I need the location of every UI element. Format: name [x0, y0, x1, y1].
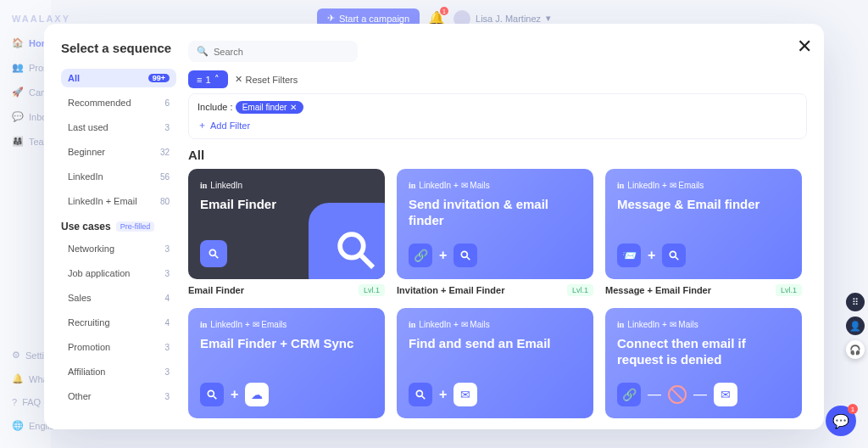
link-icon: 🔗 — [409, 244, 432, 267]
svg-line-5 — [467, 257, 470, 260]
mail-icon: ✉ — [714, 383, 737, 406]
chevron-up-icon: ˄ — [214, 74, 220, 85]
sequence-card[interactable]: in LinkedIn + ✉ Mails Find and send an E… — [397, 308, 593, 418]
svg-line-3 — [361, 255, 373, 267]
filter-chip-email-finder[interactable]: Email finder✕ — [236, 101, 304, 114]
category-beginner[interactable]: Beginner32 — [61, 143, 176, 161]
search-icon: 🔍 — [197, 46, 209, 57]
fab-support-icon[interactable]: 🎧 — [846, 340, 865, 359]
linkedin-icon: in — [409, 320, 415, 329]
user-name: Lisa J. Martinez — [476, 14, 541, 24]
card-title: Email Finder + CRM Sync — [200, 336, 373, 352]
sequence-card[interactable]: in LinkedIn + ✉ Emails Email Finder + CR… — [188, 308, 385, 418]
usecase-promotion[interactable]: Promotion3 — [61, 338, 176, 356]
mail-icon: ✉ — [453, 383, 477, 406]
svg-line-1 — [215, 255, 219, 259]
usecase-job-application[interactable]: Job application3 — [61, 264, 176, 283]
search-icon — [453, 244, 477, 267]
search-icon — [409, 383, 432, 406]
send-icon: 📨 — [617, 244, 641, 267]
sequence-grid: in LinkedIn Email Finder Email FinderLvl… — [188, 169, 802, 418]
search-input[interactable]: 🔍 — [188, 41, 358, 62]
search-icon — [200, 383, 224, 406]
close-button[interactable]: ✕ — [797, 36, 812, 58]
link-icon: 🔗 — [617, 383, 641, 406]
sequence-card[interactable]: in LinkedIn + ✉ Mails Send invitation & … — [397, 169, 593, 296]
search-icon — [662, 244, 686, 267]
linkedin-icon: in — [617, 181, 624, 190]
usecase-networking[interactable]: Networking3 — [61, 239, 176, 258]
card-title: Message & Email finder — [617, 197, 790, 213]
card-title: Connect then email if request is denied — [617, 336, 790, 368]
linkedin-icon: in — [200, 181, 207, 190]
modal-main: 🔍 ≡ 1 ˄ ✕Reset Filters Include : Email f… — [188, 24, 824, 429]
usecase-recruiting[interactable]: Recruiting4 — [61, 313, 176, 332]
sequence-card[interactable]: in LinkedIn Email Finder Email FinderLvl… — [188, 169, 385, 296]
include-label: Include : — [198, 102, 233, 112]
search-icon — [200, 240, 227, 267]
svg-point-4 — [462, 251, 468, 257]
linkedin-icon: in — [617, 320, 624, 329]
add-filter-button[interactable]: ＋Add Filter — [198, 119, 798, 132]
chat-badge: 1 — [848, 404, 858, 414]
category-linkedin[interactable]: LinkedIn56 — [61, 167, 176, 186]
chevron-down-icon: ▾ — [546, 13, 551, 24]
linkedin-icon: in — [409, 181, 415, 190]
level-badge: Lvl.1 — [567, 284, 593, 296]
linkedin-icon: in — [200, 320, 207, 329]
include-filter-box: Include : Email finder✕ ＋Add Filter — [188, 93, 807, 139]
category-recommended[interactable]: Recommended6 — [61, 93, 176, 112]
search-icon — [309, 203, 385, 279]
category-linkedin-email[interactable]: LinkedIn + Email80 — [61, 192, 176, 210]
denied-icon — [668, 385, 687, 404]
svg-line-11 — [422, 396, 426, 400]
use-cases-header: Use casesPre-filled — [61, 221, 176, 232]
card-title: Find and send an Email — [409, 336, 581, 352]
fab-user-icon[interactable]: 👤 — [846, 316, 865, 335]
side-fab-column: ⠿ 👤 🎧 — [846, 293, 865, 359]
prefilled-badge: Pre-filled — [116, 221, 155, 232]
level-badge: Lvl.1 — [359, 284, 385, 296]
search-field[interactable] — [214, 47, 349, 57]
svg-point-8 — [208, 390, 214, 396]
app-sidebar: WAALAXY 🏠 Home 👥 Prospects 🚀 Campaigns 💬… — [0, 0, 51, 448]
usecase-affiliation[interactable]: Affiliation3 — [61, 362, 176, 381]
select-sequence-modal: ✕ Select a sequence All99+ Recommended6 … — [44, 24, 824, 429]
svg-point-6 — [670, 251, 676, 257]
density-button[interactable]: ≡ 1 ˄ — [188, 70, 228, 88]
remove-chip-icon[interactable]: ✕ — [290, 103, 297, 112]
close-icon: ✕ — [235, 74, 242, 85]
modal-sidebar: Select a sequence All99+ Recommended6 La… — [44, 24, 188, 429]
category-all[interactable]: All99+ — [61, 69, 176, 87]
reset-filters-button[interactable]: ✕Reset Filters — [235, 74, 298, 85]
sequence-card[interactable]: in LinkedIn + ✉ Emails Message & Email f… — [605, 169, 802, 296]
svg-point-2 — [340, 234, 364, 258]
section-title: All — [188, 148, 807, 162]
sequence-card[interactable]: in LinkedIn + ✉ Mails Connect then email… — [605, 308, 802, 418]
card-title: Send invitation & email finder — [409, 197, 581, 229]
level-badge: Lvl.1 — [776, 284, 802, 296]
svg-line-7 — [676, 257, 679, 260]
usecase-sales[interactable]: Sales4 — [61, 288, 176, 307]
usecase-other[interactable]: Other3 — [61, 387, 176, 406]
modal-title: Select a sequence — [61, 41, 176, 55]
category-last-used[interactable]: Last used3 — [61, 118, 176, 137]
fab-apps-icon[interactable]: ⠿ — [846, 293, 865, 311]
svg-point-0 — [209, 249, 215, 255]
svg-point-10 — [416, 390, 422, 396]
svg-line-9 — [214, 396, 217, 400]
plus-icon: ＋ — [198, 119, 207, 132]
cloud-icon: ☁ — [245, 383, 269, 406]
chat-widget-button[interactable]: 💬1 — [826, 406, 856, 436]
